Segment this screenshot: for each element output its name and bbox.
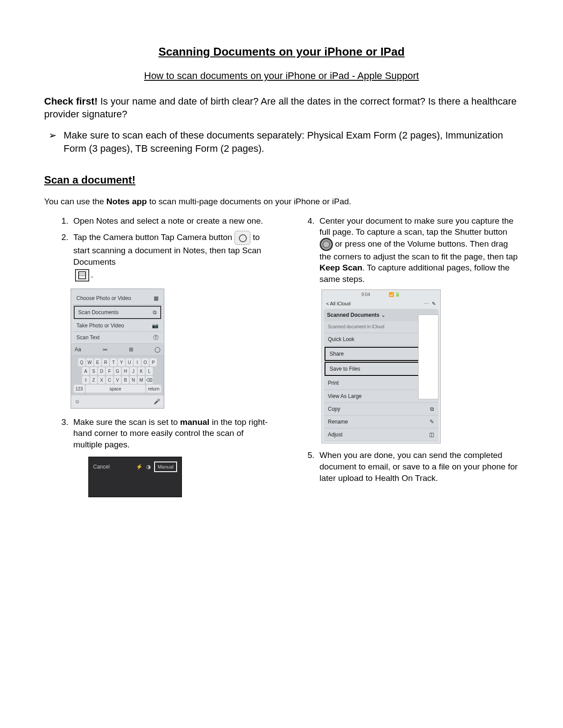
menu-choose-photo[interactable]: Choose Photo or Video▦: [73, 293, 162, 304]
key-⇧[interactable]: ⇧: [82, 376, 89, 384]
intro-paragraph: Check first! Is your name and date of bi…: [44, 95, 519, 121]
cancel-button[interactable]: Cancel: [93, 463, 110, 470]
key-Y[interactable]: Y: [118, 358, 125, 366]
key-G[interactable]: G: [114, 367, 121, 375]
right-column: Center your document to make sure you ca…: [291, 215, 519, 502]
page-title: Scanning Documents on your iPhone or IPa…: [44, 44, 519, 60]
key-I[interactable]: I: [134, 358, 141, 366]
key-P[interactable]: P: [150, 358, 157, 366]
camera-icon: [234, 231, 250, 245]
svg-rect-0: [79, 272, 86, 279]
section-heading: Scan a document!: [44, 173, 519, 187]
key-123[interactable]: 123: [74, 385, 85, 393]
key-N[interactable]: N: [130, 376, 137, 384]
key-space[interactable]: space: [86, 385, 145, 393]
key-H[interactable]: H: [122, 367, 129, 375]
key-L[interactable]: L: [146, 367, 153, 375]
bullet-text: Make sure to scan each of these document…: [64, 129, 519, 155]
bullet-marker: ➢: [49, 129, 64, 155]
scan-icon: ⧉: [153, 309, 157, 316]
key-J[interactable]: J: [130, 367, 137, 375]
table-icon[interactable]: ⊞: [129, 346, 133, 353]
filter-icon[interactable]: ◑: [146, 463, 151, 470]
key-T[interactable]: T: [110, 358, 117, 366]
rename-row[interactable]: Rename✎: [324, 416, 438, 428]
bullet-item: ➢ Make sure to scan each of these docume…: [49, 129, 519, 155]
section-subtext: You can use the Notes app to scan multi-…: [44, 196, 519, 207]
intro-bold: Check first!: [44, 96, 98, 107]
pencil-icon: ✎: [430, 418, 434, 425]
mic-icon[interactable]: 🎤: [154, 398, 160, 405]
camera-toolbar-icon[interactable]: ◯: [155, 346, 160, 353]
key-D[interactable]: D: [98, 367, 105, 375]
step-4: Center your document to make sure you ca…: [317, 215, 519, 285]
key-A[interactable]: A: [82, 367, 89, 375]
key-U[interactable]: U: [126, 358, 133, 366]
camera-mini-icon: 📷: [152, 322, 159, 329]
key-M[interactable]: M: [138, 376, 145, 384]
key-K[interactable]: K: [138, 367, 145, 375]
key-X[interactable]: X: [98, 376, 105, 384]
list-icon[interactable]: ≔: [102, 346, 108, 353]
shutter-icon: [320, 238, 333, 251]
key-W[interactable]: W: [86, 358, 93, 366]
aa-button[interactable]: Aa: [75, 346, 81, 353]
menu-take-photo[interactable]: Take Photo or Video📷: [73, 320, 162, 332]
left-column: Open Notes and select a note or create a…: [44, 215, 273, 502]
key-B[interactable]: B: [122, 376, 129, 384]
text-icon: Ⓣ: [153, 334, 159, 341]
key-⌫[interactable]: ⌫: [146, 376, 153, 384]
key-S[interactable]: S: [90, 367, 97, 375]
adjust-row[interactable]: Adjust◫: [324, 428, 438, 441]
intro-rest: Is your name and date of birth clear? Ar…: [44, 96, 517, 120]
key-R[interactable]: R: [102, 358, 109, 366]
flash-icon[interactable]: ⚡: [136, 463, 143, 470]
key-C[interactable]: C: [106, 376, 113, 384]
crop-icon: ◫: [429, 431, 434, 438]
key-F[interactable]: F: [106, 367, 113, 375]
menu-scan-documents[interactable]: Scan Documents⧉: [74, 306, 161, 319]
key-O[interactable]: O: [142, 358, 149, 366]
key-return[interactable]: return: [146, 385, 161, 393]
support-link[interactable]: How to scan documents on your iPhone or …: [44, 69, 519, 83]
step-1: Open Notes and select a note or create a…: [71, 215, 273, 227]
copy-row[interactable]: Copy⧉: [324, 403, 438, 416]
scan-documents-icon: [73, 267, 91, 283]
emoji-icon[interactable]: ☺: [75, 398, 80, 405]
key-V[interactable]: V: [114, 376, 121, 384]
step-2: Tap the Camera button Tap Camera button …: [71, 231, 273, 283]
toolbar-row: Aa ≔ ⊞ ◯: [71, 344, 164, 356]
key-Q[interactable]: Q: [78, 358, 85, 366]
step-3: Make sure the scan is set to manual in t…: [71, 417, 273, 450]
document-preview: [418, 315, 438, 399]
key-E[interactable]: E: [94, 358, 101, 366]
compose-icon[interactable]: ✎: [432, 301, 436, 306]
copy-icon: ⧉: [430, 405, 434, 413]
photo-icon: ▦: [154, 295, 159, 302]
manual-toggle[interactable]: Manual: [154, 462, 177, 473]
share-sheet-screenshot: 9:04 📶 🔋 < All iCloud ⋯ ✎ Scanned Docume…: [321, 289, 441, 444]
status-bar: 9:04 📶 🔋: [324, 292, 438, 298]
keyboard[interactable]: QWERTYUIOP ASDFGHJKL ⇧ZXCVBNM⌫ 123 space…: [71, 356, 164, 395]
key-Z[interactable]: Z: [90, 376, 97, 384]
back-button[interactable]: < All iCloud: [326, 300, 351, 307]
menu-scan-text[interactable]: Scan TextⓉ: [73, 332, 162, 344]
more-icon[interactable]: ⋯: [424, 301, 429, 306]
scan-mode-screenshot: Cancel ⚡ ◑ Manual: [88, 457, 182, 497]
step-5: When you are done, you can send the comp…: [317, 450, 519, 484]
notes-menu-screenshot: Choose Photo or Video▦ Scan Documents⧉ T…: [71, 289, 164, 408]
